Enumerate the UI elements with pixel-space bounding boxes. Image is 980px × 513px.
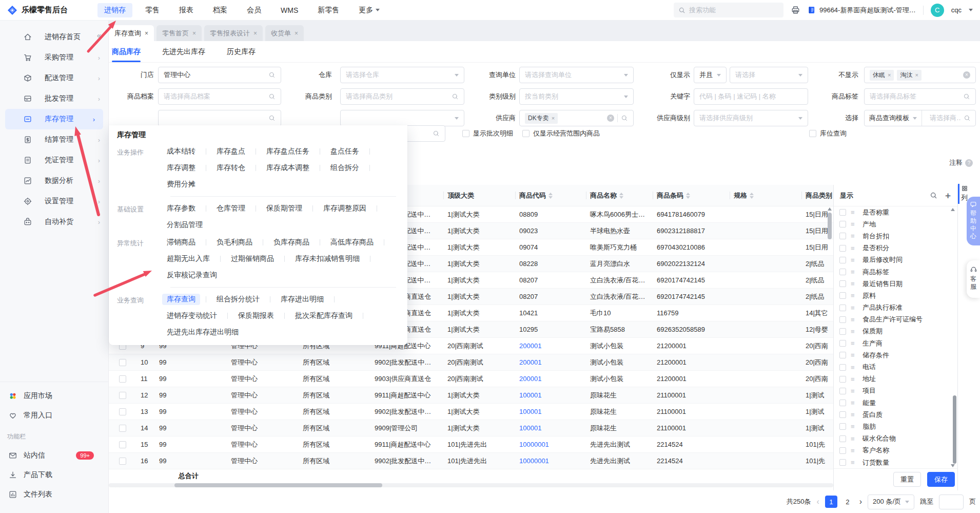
column-checkbox[interactable] (839, 209, 846, 216)
row-checkbox[interactable] (119, 375, 126, 383)
drag-handle-icon[interactable]: ≡ (851, 375, 857, 383)
combo-template-select[interactable]: 商品查询模板 (865, 110, 922, 126)
sidebar-item-inbox[interactable]: 站内信99+ (0, 446, 108, 465)
drag-handle-icon[interactable]: ≡ (851, 364, 857, 371)
row-checkbox[interactable] (119, 458, 126, 465)
column-checkbox[interactable] (839, 388, 846, 394)
tab-close-icon[interactable]: × (192, 30, 196, 37)
printer-icon[interactable] (791, 5, 800, 15)
header-cell-9[interactable]: 商品条码 (653, 185, 730, 206)
tab-inventory-query[interactable]: 库存查询× (109, 25, 154, 41)
drag-handle-icon[interactable]: ≡ (851, 399, 857, 407)
drag-handle-icon[interactable]: ≡ (851, 459, 857, 466)
filter-field[interactable] (158, 110, 281, 126)
column-checkbox[interactable] (839, 376, 846, 383)
sidebar-item-favorites[interactable]: 常用入口 (0, 406, 108, 425)
header-cell-8[interactable]: 商品名称 (586, 185, 653, 206)
filter-field[interactable]: 代码 | 条码 | 速记码 | 名称 (694, 88, 808, 105)
column-checkbox[interactable] (839, 423, 846, 430)
column-checkbox[interactable] (839, 233, 846, 239)
checkbox-batch-detail[interactable]: 显示批次明细 (462, 128, 513, 139)
filter-field[interactable]: 按当前类别 (519, 88, 634, 105)
combo-search[interactable]: 请选择商… (925, 113, 975, 123)
sidebar-item-purchase[interactable]: 采购管理› (0, 47, 108, 68)
sidebar-item-delivery[interactable]: 配送管理› (0, 68, 108, 88)
popup-menu-item[interactable]: 滞销商品 (162, 237, 212, 248)
panel-scrollbar-thumb[interactable] (953, 395, 956, 464)
filter-field[interactable]: 请选择仓库 (340, 67, 464, 83)
filter-field[interactable]: DK专卖×× (519, 110, 634, 126)
popup-menu-item[interactable]: 库存调整 (162, 162, 212, 174)
sort-icon[interactable] (750, 193, 754, 199)
popup-menu-item[interactable]: 成本结转 (162, 146, 212, 157)
row-checkbox[interactable] (119, 359, 126, 366)
tab-receipt[interactable]: 收货单× (265, 25, 304, 41)
popup-menu-item[interactable]: 进销存变动统计 (162, 310, 233, 321)
header-cell-7[interactable]: 商品代码 (515, 185, 586, 206)
company-switcher[interactable]: 99664-新界面商超版测试-管理… (808, 6, 916, 15)
sidebar-item-file-list[interactable]: 文件列表 (0, 485, 108, 504)
cell-code[interactable]: 10000001 (515, 457, 586, 465)
scroll-up-icon[interactable] (828, 207, 832, 211)
column-checkbox[interactable] (839, 328, 846, 335)
user-chevron-down-icon[interactable] (969, 9, 973, 11)
sort-icon[interactable] (548, 193, 553, 199)
user-name[interactable]: cqc (951, 6, 962, 14)
column-checkbox[interactable] (839, 459, 846, 466)
column-checkbox[interactable] (839, 364, 846, 371)
popup-menu-item[interactable]: 过期催销商品 (226, 253, 290, 264)
drag-handle-icon[interactable]: ≡ (851, 423, 857, 430)
column-checkbox[interactable] (839, 316, 846, 323)
prev-page-button[interactable]: ‹ (816, 497, 819, 506)
filter-field[interactable]: 商品查询模板请选择商… (864, 110, 976, 126)
tab-close-icon[interactable]: × (253, 30, 257, 37)
tab-close-icon[interactable]: × (145, 30, 148, 37)
cell-code[interactable]: 200001 (515, 358, 586, 366)
nav-item-new-retail[interactable]: 新零售 (311, 3, 346, 17)
column-checkbox[interactable] (839, 292, 846, 299)
column-checkbox[interactable] (839, 221, 846, 227)
popup-menu-item[interactable]: 高低库存商品 (326, 237, 390, 248)
cell-code[interactable]: 200001 (515, 375, 586, 383)
sidebar-item-inventory[interactable]: 库存管理› (5, 109, 103, 129)
tab-close-icon[interactable]: × (295, 30, 298, 37)
reset-button[interactable]: 重置 (893, 472, 921, 487)
filter-field[interactable]: 请选择查询单位 (519, 67, 634, 83)
nav-item-member[interactable]: 会员 (240, 3, 268, 17)
filter-field-only-show[interactable]: 请选择 (730, 67, 808, 83)
filter-field[interactable] (340, 110, 464, 126)
subtab-fifo-stock[interactable]: 先进先出库存 (162, 41, 205, 62)
drag-handle-icon[interactable]: ≡ (851, 292, 857, 299)
cell-code[interactable]: 10000001 (515, 441, 586, 448)
drag-handle-icon[interactable]: ≡ (851, 351, 857, 359)
column-checkbox[interactable] (839, 400, 846, 406)
popup-menu-item[interactable]: 库存成本调整 (262, 162, 326, 174)
popup-menu-item[interactable]: 负库存商品 (269, 237, 326, 248)
nav-item-more[interactable]: 更多 (352, 3, 386, 17)
checkbox-business-scope[interactable]: 仅显示经营范围内商品 (522, 128, 600, 139)
drag-handle-icon[interactable]: ≡ (851, 268, 857, 276)
tag-remove-icon[interactable]: × (888, 72, 891, 78)
cell-code[interactable]: 100001 (515, 391, 586, 399)
popup-menu-item[interactable]: 库存进出明细 (276, 294, 340, 305)
panel-add-icon[interactable]: ＋ (944, 191, 952, 200)
sidebar-item-settlement[interactable]: 结算管理› (0, 129, 108, 150)
popup-menu-item[interactable]: 库存查询 (162, 294, 212, 305)
sidebar-item-voucher[interactable]: 凭证管理› (0, 150, 108, 170)
next-page-button[interactable]: › (859, 497, 862, 506)
popup-menu-item[interactable]: 库存盘点任务 (262, 146, 326, 157)
avatar[interactable]: C (931, 4, 944, 17)
column-checkbox[interactable] (839, 435, 846, 442)
subtab-history-stock[interactable]: 历史库存 (227, 41, 256, 62)
drag-handle-icon[interactable]: ≡ (851, 447, 857, 454)
column-checkbox[interactable] (839, 269, 846, 275)
checkbox-box[interactable] (462, 130, 469, 137)
checkbox-location-query[interactable]: 库位查询 (809, 128, 847, 139)
panel-scroll-up-icon[interactable] (951, 208, 955, 211)
filter-field[interactable]: 休眠×淘汰×× (864, 67, 976, 83)
drag-handle-icon[interactable]: ≡ (851, 328, 857, 335)
drag-handle-icon[interactable]: ≡ (851, 339, 857, 347)
save-button[interactable]: 保存 (927, 472, 955, 487)
help-center-button[interactable]: 帮助中心 (967, 197, 980, 245)
page-button-2[interactable]: 2 (841, 496, 854, 508)
